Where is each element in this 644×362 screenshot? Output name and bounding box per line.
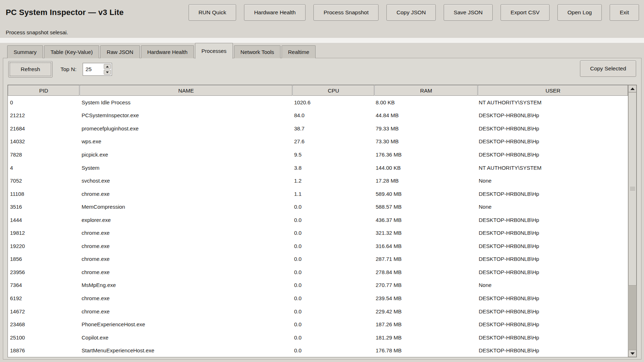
table-cell: 17.28 MB xyxy=(374,174,477,187)
table-cell: 38.7 xyxy=(292,122,374,135)
tab-summary[interactable]: Summary xyxy=(7,45,43,58)
save-json-button[interactable]: Save JSON xyxy=(444,4,493,21)
table-cell: 144.00 KB xyxy=(374,161,477,174)
table-row[interactable]: 1444explorer.exe0.0436.37 MBDESKTOP-HRB0… xyxy=(8,213,628,227)
table-row[interactable]: 18876StartMenuExperienceHost.exe0.0176.7… xyxy=(8,344,628,357)
scroll-down-button[interactable] xyxy=(628,350,636,357)
table-cell: 0.0 xyxy=(292,226,374,239)
refresh-button[interactable]: Refresh xyxy=(8,61,53,78)
table-cell: NT AUTHORITY\SYSTEM xyxy=(477,96,628,109)
table-cell: 316.64 MB xyxy=(374,239,477,253)
open-log-button[interactable]: Open Log xyxy=(557,4,602,21)
tab-table-key-value[interactable]: Table (Key-Value) xyxy=(44,45,99,58)
spinner-up-button[interactable] xyxy=(104,64,111,69)
table-cell: 21684 xyxy=(8,122,79,135)
table-cell: DESKTOP-HRB0NLB\Hp xyxy=(477,109,628,122)
table-cell: 0.0 xyxy=(292,331,374,344)
table-cell: 8.00 KB xyxy=(374,96,477,109)
table-cell: 9.5 xyxy=(292,148,374,161)
table-cell: 0.0 xyxy=(292,266,374,279)
table-cell: 19812 xyxy=(8,226,79,239)
table-body: 0System Idle Process1020.68.00 KBNT AUTH… xyxy=(8,96,628,357)
thumb-grip xyxy=(630,190,635,190)
tab-raw-json[interactable]: Raw JSON xyxy=(100,45,140,58)
table-cell: chrome.exe xyxy=(79,239,292,253)
table-cell: DESKTOP-HRB0NLB\Hp xyxy=(477,135,628,148)
column-header-ram[interactable]: RAM xyxy=(375,85,478,96)
tab-network-tools[interactable]: Network Tools xyxy=(234,45,280,58)
table-cell: 27.6 xyxy=(292,135,374,148)
table-row[interactable]: 19812chrome.exe0.0321.32 MBDESKTOP-HRB0N… xyxy=(8,226,628,239)
table-row[interactable]: 14672chrome.exe0.0229.42 MBDESKTOP-HRB0N… xyxy=(8,305,628,318)
table-cell: chrome.exe xyxy=(79,266,292,279)
tab-hardware-health[interactable]: Hardware Health xyxy=(141,45,194,58)
top-n-spinner xyxy=(83,63,112,76)
table-row[interactable]: 4System3.8144.00 KBNT AUTHORITY\SYSTEM xyxy=(8,161,628,174)
scroll-up-button[interactable] xyxy=(628,85,636,92)
table-cell: DESKTOP-HRB0NLB\Hp xyxy=(477,253,628,266)
scroll-down-icon xyxy=(630,352,635,355)
table-row[interactable]: 25100Copilot.exe0.0181.29 MBDESKTOP-HRB0… xyxy=(8,331,628,344)
tab-realtime[interactable]: Realtime xyxy=(282,45,316,58)
table-row[interactable]: 3516MemCompression0.0588.57 MBNone xyxy=(8,200,628,213)
table-row[interactable]: 19220chrome.exe0.0316.64 MBDESKTOP-HRB0N… xyxy=(8,239,628,253)
table-cell: 25100 xyxy=(8,331,79,344)
table-cell: DESKTOP-HRB0NLB\Hp xyxy=(477,148,628,161)
table-row[interactable]: 1856chrome.exe0.0287.71 MBDESKTOP-HRB0NL… xyxy=(8,253,628,266)
table-cell: 0.0 xyxy=(292,279,374,292)
table-row[interactable]: 11108chrome.exe1.1589.40 MBDESKTOP-HRB0N… xyxy=(8,187,628,200)
column-header-user[interactable]: USER xyxy=(478,85,628,96)
processes-pane: Refresh Top N: Copy Selected PID NAME CP… xyxy=(3,58,641,359)
copy-json-button[interactable]: Copy JSON xyxy=(386,4,436,21)
table-cell: chrome.exe xyxy=(79,226,292,239)
column-header-pid[interactable]: PID xyxy=(8,85,79,96)
table-cell: 287.71 MB xyxy=(374,253,477,266)
process-snapshot-button[interactable]: Process Snapshot xyxy=(313,4,379,21)
table-cell: explorer.exe xyxy=(79,213,292,227)
table-row[interactable]: 7052svchost.exe1.217.28 MBNone xyxy=(8,174,628,187)
table-cell: 6192 xyxy=(8,292,79,305)
run-quick-button[interactable]: RUN Quick xyxy=(189,4,236,21)
table-row[interactable]: 7364MsMpEng.exe0.0270.77 MBNone xyxy=(8,279,628,292)
scrollbar-track[interactable] xyxy=(628,92,636,350)
table-row[interactable]: 23956chrome.exe0.0278.84 MBDESKTOP-HRB0N… xyxy=(8,266,628,279)
table-row[interactable]: 0System Idle Process1020.68.00 KBNT AUTH… xyxy=(8,96,628,109)
table-cell: DESKTOP-HRB0NLB\Hp xyxy=(477,318,628,331)
table-cell: None xyxy=(477,279,628,292)
table-cell: picpick.exe xyxy=(79,148,292,161)
scrollbar-thumb[interactable] xyxy=(628,92,636,286)
status-text: Process snapshot selesai. xyxy=(6,29,68,35)
table-row[interactable]: 23468PhoneExperienceHost.exe0.0187.26 MB… xyxy=(8,318,628,331)
table-cell: 278.84 MB xyxy=(374,266,477,279)
table-cell: 239.54 MB xyxy=(374,292,477,305)
top-n-input[interactable] xyxy=(83,63,103,75)
vertical-scrollbar[interactable] xyxy=(628,85,636,357)
table-row[interactable]: 7828picpick.exe9.5176.36 MBDESKTOP-HRB0N… xyxy=(8,148,628,161)
table-cell: 176.78 MB xyxy=(374,344,477,357)
table-header-row: PID NAME CPU RAM USER xyxy=(8,85,628,96)
table-cell: 1.2 xyxy=(292,174,374,187)
table-cell: 0.0 xyxy=(292,305,374,318)
table-cell: 7828 xyxy=(8,148,79,161)
export-csv-button[interactable]: Export CSV xyxy=(501,4,550,21)
table-cell: 14032 xyxy=(8,135,79,148)
table-row[interactable]: 14032wps.exe27.673.30 MBDESKTOP-HRB0NLB\… xyxy=(8,135,628,148)
top-n-label: Top N: xyxy=(60,61,77,78)
table-cell: 0.0 xyxy=(292,239,374,253)
column-header-cpu[interactable]: CPU xyxy=(293,85,374,96)
table-cell: chrome.exe xyxy=(79,305,292,318)
column-header-name[interactable]: NAME xyxy=(80,85,292,96)
tab-processes[interactable]: Processes xyxy=(195,43,233,59)
spinner-down-button[interactable] xyxy=(104,70,111,75)
table-cell: 11108 xyxy=(8,187,79,200)
table-row[interactable]: 21684promecefpluginhost.exe38.779.33 MBD… xyxy=(8,122,628,135)
hardware-health-button[interactable]: Hardware Health xyxy=(244,4,306,21)
table-cell: 181.29 MB xyxy=(374,331,477,344)
table-cell: 1.1 xyxy=(292,187,374,200)
copy-selected-button[interactable]: Copy Selected xyxy=(580,60,636,77)
thumb-grip xyxy=(630,189,635,189)
exit-button[interactable]: Exit xyxy=(610,4,639,21)
table-row[interactable]: 21212PCSystemInspector.exe84.044.84 MBDE… xyxy=(8,109,628,122)
table-cell: MemCompression xyxy=(79,200,292,213)
table-row[interactable]: 6192chrome.exe0.0239.54 MBDESKTOP-HRB0NL… xyxy=(8,292,628,305)
